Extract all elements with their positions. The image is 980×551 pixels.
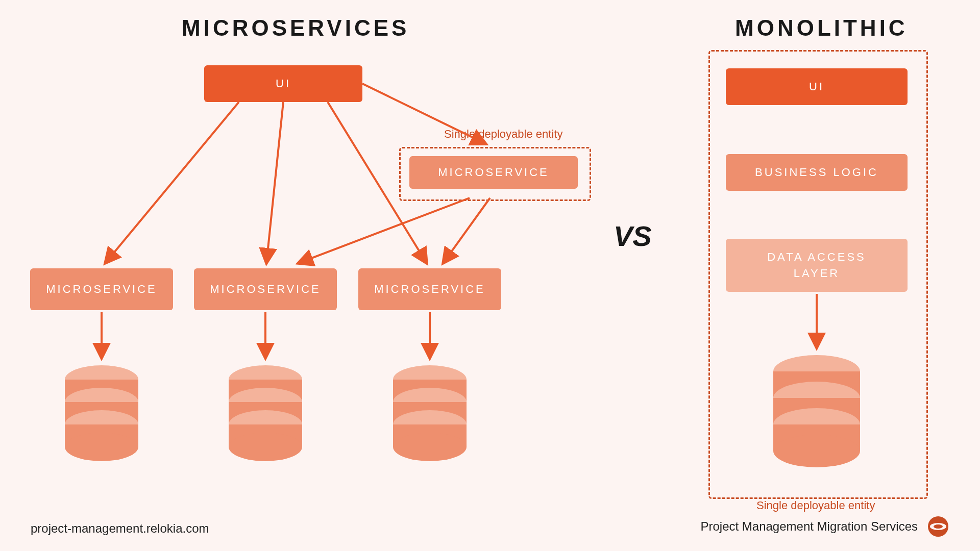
db-icon-3 (391, 364, 468, 466)
db-icon-2 (227, 364, 304, 466)
left-annotation: Single deployable entity (444, 128, 562, 141)
svg-point-16 (65, 433, 138, 461)
svg-line-1 (266, 102, 283, 263)
left-ms4-box: MICROSERVICE (409, 156, 578, 189)
right-dal-box: DATA ACCESS LAYER (726, 239, 908, 292)
svg-line-0 (105, 102, 239, 263)
right-annotation: Single deployable entity (756, 499, 875, 512)
left-ui-box: UI (204, 65, 362, 102)
db-icon-right (772, 354, 862, 477)
svg-point-37 (773, 435, 860, 467)
footer-brand: Project Management Migration Services (700, 515, 949, 538)
footer-url: project-management.relokia.com (31, 521, 209, 536)
svg-point-40 (934, 524, 943, 529)
title-microservices: MICROSERVICES (182, 15, 409, 41)
svg-line-5 (443, 198, 490, 263)
vs-label: VS (614, 219, 652, 253)
right-ui-box: UI (726, 68, 908, 105)
left-ms3-box: MICROSERVICE (358, 268, 501, 310)
footer-brand-text: Project Management Migration Services (700, 519, 918, 534)
right-bl-box: BUSINESS LOGIC (726, 154, 908, 191)
diagram-stage: MICROSERVICES MONOLITHIC VS UI MICROSERV… (0, 0, 980, 551)
svg-line-4 (298, 198, 470, 263)
db-icon-1 (63, 364, 140, 466)
brand-logo-icon (927, 515, 949, 538)
svg-point-23 (229, 433, 302, 461)
title-monolithic: MONOLITHIC (735, 15, 908, 41)
left-ms1-box: MICROSERVICE (30, 268, 173, 310)
left-ms2-box: MICROSERVICE (194, 268, 337, 310)
svg-point-30 (393, 433, 467, 461)
